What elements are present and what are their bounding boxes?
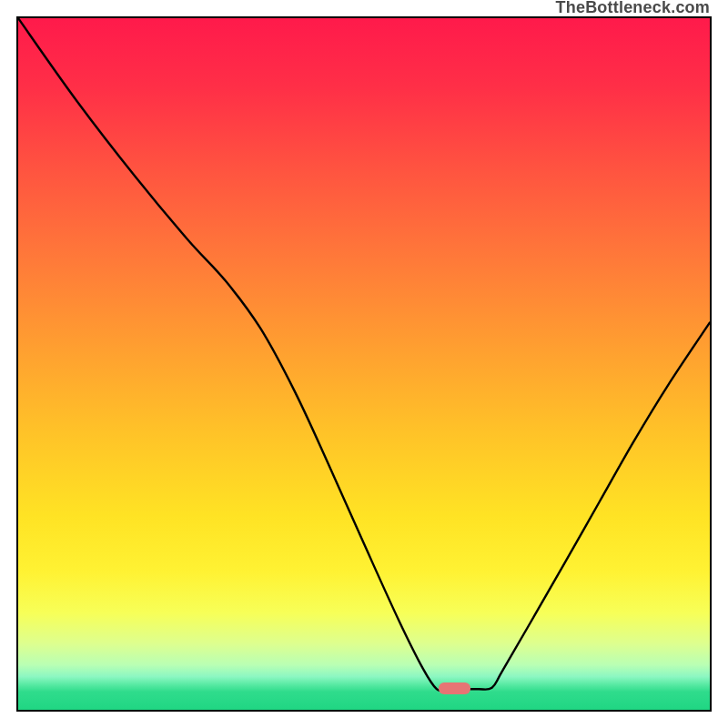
attribution-label: TheBottleneck.com [556, 0, 710, 17]
chart-frame [16, 16, 712, 712]
background-gradient [18, 18, 710, 710]
svg-rect-0 [18, 18, 710, 710]
optimal-marker [439, 682, 470, 693]
